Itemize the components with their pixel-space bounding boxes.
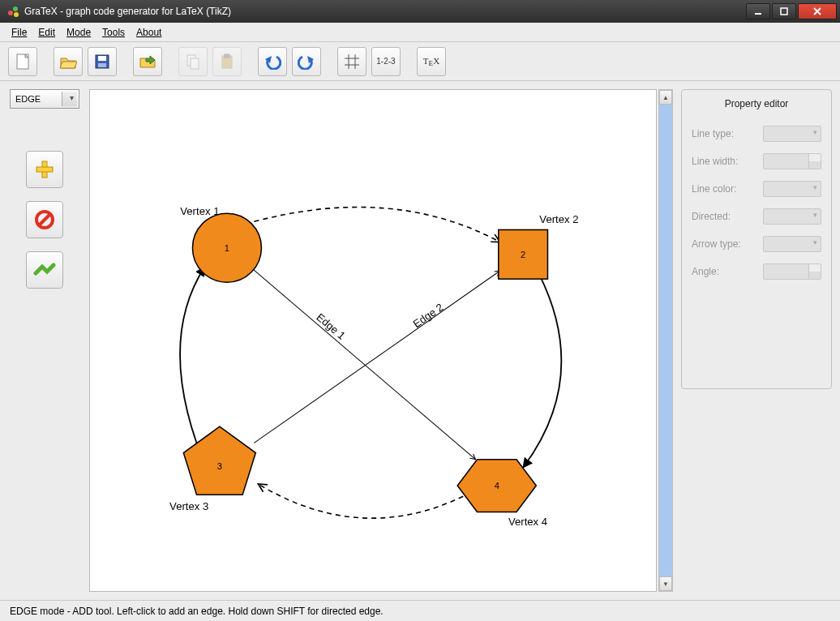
canvas-area: Edge 1 Edge 2 1 Vertex 1 2 Vertex 2 3 V — [89, 81, 673, 600]
edge-2-label: Edge 2 — [411, 301, 446, 330]
svg-rect-15 — [225, 54, 229, 58]
export-button[interactable] — [133, 47, 162, 76]
prop-line-color-label: Line color: — [692, 183, 736, 195]
canvas[interactable]: Edge 1 Edge 2 1 Vertex 1 2 Vertex 2 3 V — [89, 89, 657, 592]
edge-v2-v4[interactable] — [523, 275, 561, 468]
prop-line-width-label: Line width: — [692, 156, 738, 167]
main-area: EDGE — [0, 81, 840, 600]
property-editor: Property editor Line type: Line width: L… — [681, 89, 832, 389]
redo-button[interactable] — [292, 47, 321, 76]
prop-line-type-label: Line type: — [692, 128, 734, 139]
property-editor-title: Property editor — [692, 98, 821, 109]
status-text: EDGE mode - ADD tool. Left-click to add … — [10, 606, 384, 617]
close-button[interactable] — [798, 3, 837, 19]
edge-v1-v2[interactable] — [254, 208, 499, 242]
prop-angle-input[interactable] — [763, 263, 821, 280]
tex-button[interactable]: TEX — [417, 47, 446, 76]
property-panel: Property editor Line type: Line width: L… — [673, 81, 840, 600]
remove-tool-button[interactable] — [26, 201, 63, 238]
svg-rect-23 — [36, 167, 53, 172]
svg-rect-10 — [98, 56, 106, 61]
menu-tools[interactable]: Tools — [97, 25, 130, 40]
canvas-vscrollbar[interactable]: ▲ ▼ — [658, 89, 673, 592]
maximize-button[interactable] — [772, 3, 796, 19]
scroll-track[interactable] — [659, 105, 672, 576]
menu-about[interactable]: About — [131, 25, 166, 40]
select-tool-button[interactable] — [26, 251, 63, 289]
prop-angle-label: Angle: — [692, 266, 719, 277]
prop-arrow-type-label: Arrow type: — [692, 238, 741, 250]
add-tool-button[interactable] — [26, 151, 63, 188]
menu-mode[interactable]: Mode — [62, 25, 96, 40]
numbering-button[interactable]: 1-2-3 — [371, 47, 401, 76]
svg-rect-4 — [781, 8, 787, 15]
prop-line-type-row: Line type: — [692, 126, 821, 142]
edge-1-label: Edge 1 — [314, 310, 348, 341]
copy-button[interactable] — [178, 47, 208, 76]
edge-2[interactable] — [254, 271, 499, 443]
scroll-down-button[interactable]: ▼ — [659, 576, 672, 591]
menubar: File Edit Mode Tools About — [0, 23, 840, 42]
prop-line-width-row: Line width: — [692, 153, 821, 169]
vertex-2-label: Vertex 2 — [539, 213, 578, 225]
new-button[interactable] — [8, 47, 37, 76]
prop-directed-input[interactable] — [763, 208, 821, 225]
open-button[interactable] — [54, 47, 83, 76]
prop-arrow-type-input[interactable] — [763, 236, 821, 252]
vertex-1-label: Vertex 1 — [180, 205, 219, 217]
edge-v3-v1[interactable] — [180, 267, 205, 443]
app-window: GraTeX - graph code generator for LaTeX … — [0, 0, 840, 621]
menu-file[interactable]: File — [6, 25, 32, 40]
vertex-4-label: Vertex 4 — [508, 516, 547, 528]
paste-button[interactable] — [212, 47, 242, 76]
mode-select[interactable]: EDGE — [10, 89, 79, 109]
vertex-3-id: 3 — [217, 461, 222, 471]
minimize-button[interactable] — [746, 3, 770, 19]
toolbar: 1-2-3 TEX — [0, 42, 840, 81]
svg-line-25 — [39, 214, 50, 225]
prop-line-width-input[interactable] — [763, 153, 821, 169]
svg-rect-13 — [191, 58, 199, 69]
grid-button[interactable] — [337, 47, 366, 76]
edge-v4-v3[interactable] — [258, 484, 463, 518]
vertex-2-id: 2 — [521, 250, 525, 259]
prop-line-color-row: Line color: — [692, 181, 821, 197]
prop-directed-row: Directed: — [692, 208, 821, 225]
prop-arrow-type-row: Arrow type: — [692, 236, 821, 252]
mode-select-value: EDGE — [15, 94, 41, 104]
prop-line-color-input[interactable] — [763, 181, 821, 197]
svg-point-1 — [13, 6, 18, 11]
menu-edit[interactable]: Edit — [33, 25, 60, 40]
statusbar: EDGE mode - ADD tool. Left-click to add … — [0, 600, 840, 621]
prop-angle-row: Angle: — [692, 263, 821, 280]
svg-rect-11 — [98, 63, 106, 67]
undo-button[interactable] — [258, 47, 287, 76]
app-icon — [6, 5, 19, 18]
vertex-3-label: Vertex 3 — [169, 500, 208, 512]
svg-point-0 — [8, 11, 13, 15]
vertex-4-id: 4 — [495, 481, 499, 490]
svg-point-2 — [14, 12, 19, 17]
window-controls — [746, 3, 837, 19]
prop-directed-label: Directed: — [692, 211, 731, 222]
window-title: GraTeX - graph code generator for LaTeX … — [24, 6, 746, 17]
save-button[interactable] — [88, 47, 117, 76]
vertex-1-id: 1 — [225, 243, 229, 253]
left-tool-panel: EDGE — [0, 81, 89, 600]
titlebar: GraTeX - graph code generator for LaTeX … — [0, 0, 840, 23]
edge-1[interactable] — [250, 267, 475, 460]
scroll-up-button[interactable]: ▲ — [659, 90, 672, 105]
prop-line-type-input[interactable] — [763, 126, 821, 142]
